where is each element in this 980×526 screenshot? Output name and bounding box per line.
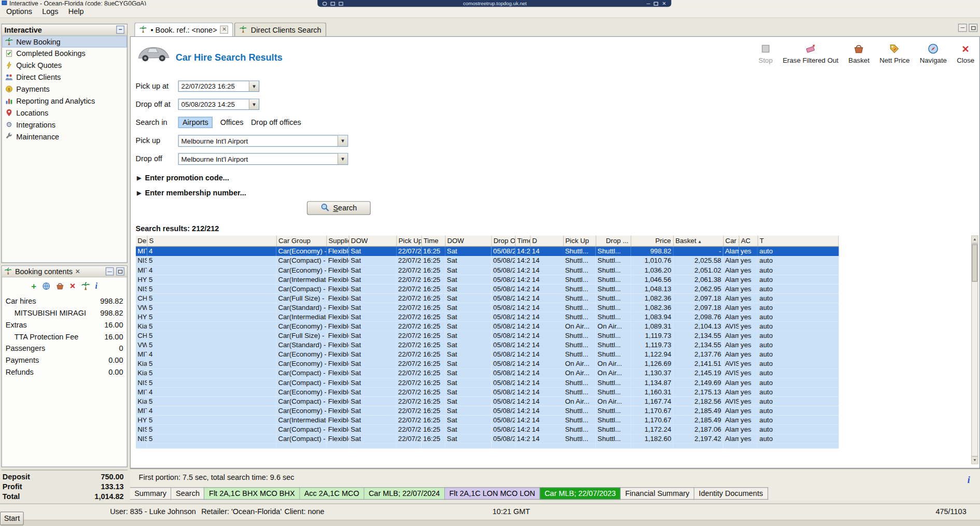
connection-close-button[interactable]: ✕	[662, 1, 666, 7]
result-row[interactable]: HYUNDAI ELANTR... 5 Car(Intermediate) - …	[136, 312, 838, 321]
result-row[interactable]: MITSUBISHI MIRAG... 4 Car(Economy) - Inc…	[136, 387, 838, 396]
membership-number-expander[interactable]: ▶ Enter membership number...	[137, 189, 246, 197]
column-header[interactable]: Description▲	[136, 235, 147, 246]
tab-close-icon[interactable]: ✕	[220, 25, 229, 34]
pin-icon[interactable]	[323, 2, 327, 5]
sidebar-item-quick-quotes[interactable]: Quick Quotes	[2, 60, 127, 72]
booking-section-tab[interactable]: Flt 2A,1C LON MCO LON	[445, 487, 540, 500]
basket-button[interactable]: Basket	[848, 42, 870, 64]
result-row[interactable]: MITSUBISHI MIRAG... 4 Car(Economy) - Inc…	[136, 265, 838, 275]
option-dropoff-offices[interactable]: Drop off offices	[251, 118, 301, 127]
panel-minimize-button[interactable]: ─	[106, 267, 114, 276]
result-row[interactable]: Kia Rio or similar 5 Car(Economy) - Incl…	[136, 359, 838, 368]
palm-export-icon[interactable]	[81, 282, 90, 290]
column-header[interactable]: AC▲	[739, 235, 758, 246]
navigate-button[interactable]: Navigate	[920, 42, 947, 64]
result-row[interactable]	[136, 443, 838, 448]
sidebar-item-integrations[interactable]: ⚙ Integrations	[2, 119, 127, 131]
sidebar-item-new-booking[interactable]: New Booking	[2, 36, 127, 48]
close-panel-icon[interactable]: ✕	[75, 267, 80, 275]
tab-booking-ref[interactable]: • Book. ref.: <none> ✕	[134, 22, 233, 36]
booking-section-tab[interactable]: Car MLB; 22/07/2024	[364, 487, 445, 500]
column-header[interactable]: Pick Up▲	[563, 235, 596, 246]
booking-item-row[interactable]: Extras 16.00	[2, 319, 127, 331]
search-button[interactable]: Search	[307, 201, 371, 215]
close-button[interactable]: ✕ Close	[957, 42, 974, 64]
scrollbar-thumb[interactable]	[972, 244, 977, 281]
connection-restore-button[interactable]	[654, 2, 658, 5]
column-header[interactable]: Basket▲	[673, 235, 723, 246]
column-header[interactable]: Car Group▲	[276, 235, 326, 246]
booking-item-row[interactable]: MITSUBISHI MIRAGI 998.82	[2, 307, 127, 319]
booking-section-tab[interactable]: Search	[172, 487, 205, 500]
result-row[interactable]: Kia Soul or similar 5 Car(Compact) - Inc…	[136, 396, 838, 406]
column-header[interactable]: Time▲	[515, 235, 530, 246]
booking-section-tab[interactable]: Car MLB; 22/07/2023	[540, 487, 621, 500]
result-row[interactable]: NISSAN VERSA OR ... 5 Car(Compact) - Inc…	[136, 284, 838, 293]
result-row[interactable]: CHEVROLET MALIB... 5 Car(Full Size) - In…	[136, 331, 838, 340]
column-header[interactable]: Time▲	[421, 235, 445, 246]
result-row[interactable]: NISSAN VERSA OR ... 5 Car(Compact) - Inc…	[136, 378, 838, 387]
column-header[interactable]: S▲	[147, 235, 276, 246]
result-row[interactable]: VW JETTA OR SIMIL... 5 Car(Standard) - I…	[136, 340, 838, 349]
booking-item-row[interactable]: Car hires 998.82	[2, 295, 127, 307]
booking-item-row[interactable]: Payments 0.00	[2, 354, 127, 366]
booking-section-tab[interactable]: Flt 2A,1C BHX MCO BHX	[205, 487, 300, 500]
sidebar-item-completed-bookings[interactable]: Completed Bookings	[2, 48, 127, 60]
result-row[interactable]: HYUNDAI ELANTR... 5 Car(Intermediate) - …	[136, 275, 838, 284]
erase-filtered-out-button[interactable]: Erase Filtered Out	[782, 42, 838, 64]
option-airports[interactable]: Airports	[178, 117, 213, 128]
option-offices[interactable]: Offices	[220, 118, 244, 127]
sidebar-item-locations[interactable]: Locations	[2, 107, 127, 119]
collapse-panel-button[interactable]: −	[116, 25, 124, 34]
sidebar-item-reporting[interactable]: Reporting and Analytics	[2, 95, 127, 107]
result-row[interactable]: CHEVROLET MALIB... 5 Car(Full Size) - In…	[136, 293, 838, 303]
column-header[interactable]: Price▲	[631, 235, 673, 246]
result-row[interactable]: MITSUBISHI MIRAG... 4 Car(Economy) - Inc…	[136, 246, 838, 256]
column-header[interactable]: DOW▲	[349, 235, 397, 246]
globe-icon[interactable]	[42, 282, 50, 290]
booking-item-row[interactable]: Passengers 0	[2, 343, 127, 354]
promotion-code-expander[interactable]: ▶ Enter promotion code...	[137, 174, 229, 182]
result-row[interactable]: Kia Soul or similar 5 Car(Compact) - Inc…	[136, 368, 838, 378]
result-row[interactable]: Kia Rio or similar 5 Car(Economy) - Incl…	[136, 321, 838, 331]
scroll-up-icon[interactable]: ▲	[972, 236, 977, 244]
add-item-icon[interactable]: +	[31, 281, 36, 291]
booking-section-tab[interactable]: Identity Documents	[694, 487, 768, 500]
column-header[interactable]: T▲	[758, 235, 838, 246]
column-header[interactable]: Pick Up At▲	[396, 235, 421, 246]
dropdown-arrow-icon[interactable]: ▼	[249, 99, 259, 109]
result-row[interactable]: NISSAN VERSA OR ... 5 Car(Compact) - Gol…	[136, 434, 838, 443]
menu-item-options[interactable]: Options	[1, 6, 37, 18]
minimize-button[interactable]: ─	[958, 24, 967, 32]
basket-add-icon[interactable]	[56, 282, 64, 290]
sidebar-item-direct-clients[interactable]: Direct Clients	[2, 71, 127, 83]
result-row[interactable]: NISSAN VERSA OR ... 5 Car(Compact) - Inc…	[136, 256, 838, 265]
result-row[interactable]: MITSUBISHI MIRAG... 4 Car(Economy) - Gol…	[136, 406, 838, 415]
result-row[interactable]: MITSUBISHI MIRAG... 4 Car(Economy) - Inc…	[136, 349, 838, 359]
sidebar-item-payments[interactable]: $ Payments	[2, 83, 127, 95]
booking-section-tab[interactable]: Financial Summary	[621, 487, 694, 500]
tab-direct-clients-search[interactable]: Direct Clients Search	[234, 22, 326, 36]
result-row[interactable]: VW JETTA OR SIMIL... 5 Car(Standard) - I…	[136, 303, 838, 312]
remove-item-icon[interactable]: ✕	[69, 281, 76, 290]
dropdown-arrow-icon[interactable]: ▼	[338, 154, 347, 164]
nett-price-button[interactable]: Nett Price	[879, 42, 909, 64]
menu-item-logs[interactable]: Logs	[37, 6, 64, 18]
column-header[interactable]: Drop ...▲	[596, 235, 631, 246]
dropoff-datetime-combo[interactable]: 05/08/2023 14:25 ▼	[178, 98, 260, 110]
pickup-location-combo[interactable]: Melbourne Int'l Airport ▼	[178, 135, 348, 147]
column-header[interactable]: D▲	[530, 235, 563, 246]
info-icon[interactable]: i	[95, 281, 97, 291]
panel-restore-button[interactable]	[116, 267, 124, 276]
pickup-datetime-combo[interactable]: 22/07/2023 16:25 ▼	[178, 80, 260, 92]
menu-item-help[interactable]: Help	[63, 6, 89, 18]
booking-section-tab[interactable]: Acc 2A,1C MCO	[300, 487, 364, 500]
column-header[interactable]: Supplier▲	[326, 235, 348, 246]
scroll-down-icon[interactable]: ▼	[972, 456, 977, 463]
booking-item-row[interactable]: Refunds 0.00	[2, 366, 127, 378]
connection-minimize-button[interactable]: ─	[647, 1, 650, 7]
result-row[interactable]: NISSAN VERSA OR ... 5 Car(Compact) - Inc…	[136, 424, 838, 434]
vertical-scrollbar[interactable]: ▲ ▼	[971, 235, 978, 464]
booking-section-tab[interactable]: Summary	[130, 487, 172, 500]
